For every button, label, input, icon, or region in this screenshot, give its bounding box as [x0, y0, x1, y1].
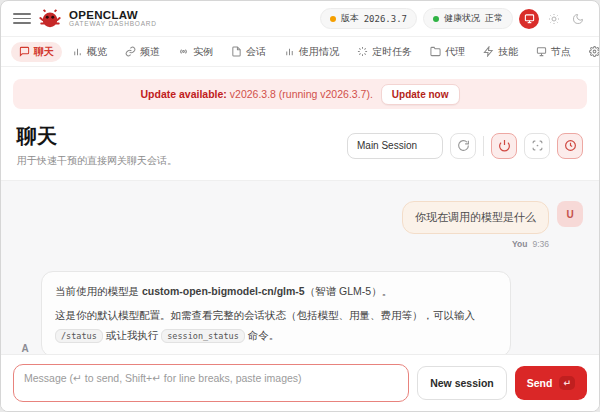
tab-nodes[interactable]: 节点 [528, 42, 579, 62]
version-badge: 版本 2026.3.7 [320, 8, 417, 29]
chat-icon [19, 46, 30, 57]
user-message-row: 你现在调用的模型是什么 You 9:36 U [17, 201, 583, 249]
brand-block: OPENCLAW GATEWAY DASHBOARD [69, 9, 157, 28]
page-subtitle: 用于快速干预的直接网关聊天会话。 [17, 154, 177, 168]
focus-button[interactable] [524, 133, 550, 159]
theme-dark-button[interactable] [569, 10, 587, 28]
gear-icon [589, 46, 599, 57]
tab-config[interactable]: 配置 [581, 42, 599, 62]
update-banner-text: v2026.3.8 (running v2026.3.7). [230, 88, 373, 100]
theme-light-button[interactable] [545, 10, 563, 28]
composer-bar: New session Send ↵ [1, 354, 599, 411]
tab-overview[interactable]: 概览 [64, 42, 115, 62]
session-select[interactable]: Main Session [347, 133, 443, 159]
model-name: custom-open-bigmodel-cn/glm-5 [142, 285, 305, 297]
version-dot-icon [330, 16, 336, 22]
page-header: 聊天 用于快速干预的直接网关聊天会话。 Main Session [1, 109, 599, 180]
tab-instances-label: 实例 [193, 45, 213, 59]
refresh-icon [457, 139, 470, 152]
power-icon [498, 139, 511, 152]
assistant-paragraph-1: 当前使用的模型是 custom-open-bigmodel-cn/glm-5（智… [55, 282, 497, 302]
new-session-button[interactable]: New session [417, 366, 507, 400]
brand-subtitle: GATEWAY DASHBOARD [69, 21, 157, 28]
tab-cron[interactable]: 定时任务 [349, 42, 420, 62]
tab-instances[interactable]: 实例 [170, 42, 221, 62]
assistant-message-bubble: 当前使用的模型是 custom-open-bigmodel-cn/glm-5（智… [41, 271, 511, 354]
tab-agents[interactable]: 代理 [422, 42, 473, 62]
user-message-bubble: 你现在调用的模型是什么 [402, 201, 549, 234]
version-value: 2026.3.7 [364, 14, 407, 24]
loader-icon [357, 46, 368, 57]
nav-tabs: 聊天 概览 频道 实例 会话 使用情况 定时任务 代理 [1, 37, 599, 67]
tab-usage-label: 使用情况 [299, 45, 339, 59]
sun-icon [548, 13, 560, 25]
tab-channels-label: 频道 [140, 45, 160, 59]
user-message-author: You [512, 239, 527, 249]
chat-messages[interactable]: 你现在调用的模型是什么 You 9:36 U A 当前使用的模型是 custom… [1, 180, 599, 354]
broadcast-icon [178, 46, 189, 57]
monitor-button[interactable] [519, 9, 539, 29]
tab-skills[interactable]: 技能 [475, 42, 526, 62]
user-avatar: U [557, 201, 583, 227]
tab-cron-label: 定时任务 [372, 45, 412, 59]
enter-key-icon: ↵ [559, 376, 575, 390]
send-button-label: Send [527, 377, 553, 389]
tab-skills-label: 技能 [498, 45, 518, 59]
send-button[interactable]: Send ↵ [515, 366, 587, 400]
health-value: 正常 [485, 12, 503, 25]
health-dot-icon [433, 16, 439, 22]
abort-button[interactable] [491, 133, 517, 159]
tab-overview-label: 概览 [87, 45, 107, 59]
tab-nodes-label: 节点 [551, 45, 571, 59]
divider [483, 136, 484, 156]
node-monitor-icon [536, 46, 547, 57]
openclaw-logo-icon [39, 8, 61, 30]
update-now-button[interactable]: Update now [381, 84, 460, 105]
app-window: OPENCLAW GATEWAY DASHBOARD 版本 2026.3.7 健… [0, 0, 600, 412]
tab-sessions-label: 会话 [246, 45, 266, 59]
clock-icon [564, 139, 577, 152]
page-title: 聊天 [17, 123, 177, 150]
history-button[interactable] [557, 133, 583, 159]
message-input[interactable] [13, 364, 409, 402]
session-select-value: Main Session [357, 140, 417, 151]
status-command-chip: /status [55, 329, 103, 343]
menu-icon[interactable] [13, 13, 31, 24]
update-banner-title: Update available: [141, 88, 227, 100]
file-icon [231, 46, 242, 57]
tab-channels[interactable]: 频道 [117, 42, 168, 62]
assistant-avatar: A [17, 343, 33, 354]
zap-icon [483, 46, 494, 57]
session-status-command-chip: session_status [161, 329, 245, 343]
health-label: 健康状况 [444, 12, 480, 25]
monitor-icon [524, 13, 535, 24]
bar-chart-icon [72, 46, 83, 57]
user-message-time: 9:36 [532, 239, 549, 249]
tab-chat[interactable]: 聊天 [11, 42, 62, 62]
refresh-button[interactable] [450, 133, 476, 159]
focus-icon [531, 139, 544, 152]
link-icon [125, 46, 136, 57]
assistant-paragraph-2: 这是你的默认模型配置。如需查看完整的会话状态（包括模型、用量、费用等），可以输入… [55, 306, 497, 346]
tab-usage[interactable]: 使用情况 [276, 42, 347, 62]
version-label: 版本 [341, 12, 359, 25]
tab-sessions[interactable]: 会话 [223, 42, 274, 62]
health-badge: 健康状况 正常 [423, 8, 513, 29]
folder-icon [430, 46, 441, 57]
assistant-message-row: A 当前使用的模型是 custom-open-bigmodel-cn/glm-5… [17, 271, 583, 354]
usage-chart-icon [284, 46, 295, 57]
tab-chat-label: 聊天 [34, 45, 54, 59]
update-banner: Update available: v2026.3.8 (running v20… [13, 79, 587, 109]
top-header: OPENCLAW GATEWAY DASHBOARD 版本 2026.3.7 健… [1, 1, 599, 37]
tab-agents-label: 代理 [445, 45, 465, 59]
moon-icon [572, 13, 584, 25]
